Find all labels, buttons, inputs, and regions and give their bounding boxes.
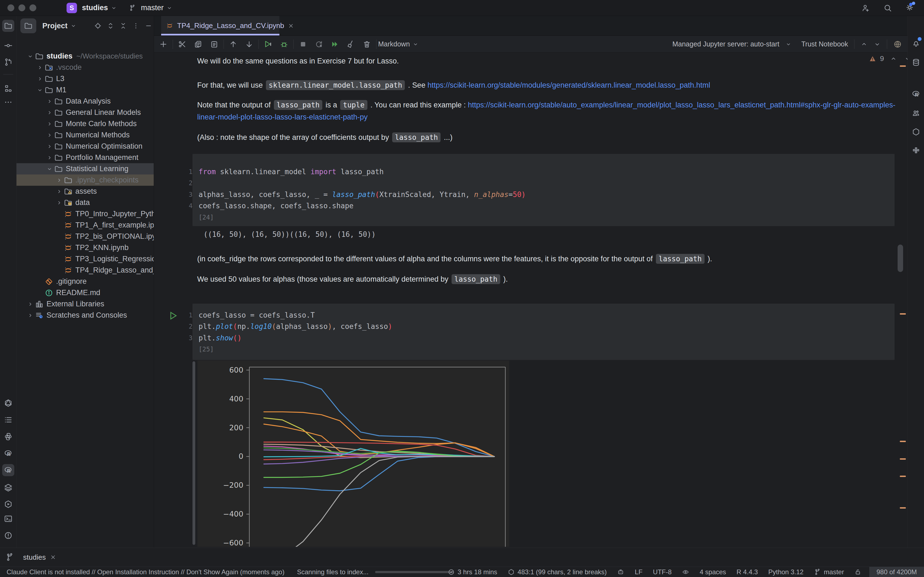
tree-item-scratches-and-consoles[interactable]: Scratches and Consoles xyxy=(16,309,154,321)
status-message[interactable]: Claude Client is not installed // Open I… xyxy=(6,567,284,577)
add-user-button[interactable] xyxy=(861,3,870,12)
tool-python-packages-button[interactable] xyxy=(2,430,14,443)
tool-pull-requests-button[interactable] xyxy=(2,56,14,68)
chevron-down-icon[interactable] xyxy=(35,87,45,93)
chevron-right-icon[interactable] xyxy=(45,110,54,116)
status-3-hrs-18-mins[interactable]: 3 hrs 18 mins xyxy=(448,568,497,576)
run-cell-gutter-icon[interactable] xyxy=(168,311,178,321)
settings-button[interactable] xyxy=(905,3,914,13)
window-close-button[interactable] xyxy=(7,5,14,11)
warning-stripe-mark[interactable] xyxy=(900,507,906,509)
status-483-1-99-chars-2-line-breaks[interactable]: 483:1 (99 chars, 2 line breaks) xyxy=(508,568,607,576)
tree-item-tp0-intro-jupyter-python-ip[interactable]: TP0_Intro_Jupyter_Python.ip xyxy=(16,208,154,219)
jupyter-server-selector[interactable]: Managed Jupyter server: auto-start xyxy=(672,40,779,48)
locate-file-button[interactable] xyxy=(94,22,102,29)
tool-commit-button[interactable] xyxy=(2,40,14,52)
project-view-selector[interactable] xyxy=(20,18,36,33)
warning-stripe-mark[interactable] xyxy=(900,475,906,477)
tree-item-gitignore[interactable]: .gitignore xyxy=(16,276,154,287)
run-cell-button[interactable] xyxy=(264,40,273,48)
warning-stripe-mark[interactable] xyxy=(900,313,906,314)
tool-problems-button[interactable] xyxy=(2,529,14,542)
cut-cell-button[interactable] xyxy=(178,40,187,48)
tree-item-assets[interactable]: assets xyxy=(16,186,154,197)
hide-panel-button[interactable] xyxy=(145,22,152,29)
chevron-right-icon[interactable] xyxy=(55,189,64,195)
chevron-down-icon[interactable] xyxy=(26,53,35,60)
add-cell-button[interactable] xyxy=(159,40,168,48)
prev-cell-button[interactable] xyxy=(861,41,867,48)
prev-problem-button[interactable] xyxy=(890,55,897,62)
chevron-right-icon[interactable] xyxy=(45,98,54,105)
tool-ai-assistant-button[interactable] xyxy=(910,107,922,119)
panel-options-button[interactable] xyxy=(132,22,139,29)
trust-notebook-button[interactable]: Trust Notebook xyxy=(801,40,848,48)
tool-database-button[interactable] xyxy=(910,56,922,68)
tool-todo-button[interactable] xyxy=(2,414,14,426)
warning-stripe-mark[interactable] xyxy=(900,65,906,67)
tool-r-console-button[interactable]: R xyxy=(2,447,14,459)
window-minimize-button[interactable] xyxy=(18,5,25,11)
chevron-right-icon[interactable] xyxy=(26,313,35,318)
tree-item-external-libraries[interactable]: External Libraries xyxy=(16,298,154,309)
delete-cell-button[interactable] xyxy=(362,40,371,48)
tree-item-tp2-knn-ipynb[interactable]: TP2_KNN.ipynb xyxy=(16,242,154,253)
stop-kernel-button[interactable] xyxy=(299,40,307,48)
clear-outputs-button[interactable] xyxy=(347,40,355,48)
tree-item-l3[interactable]: L3 xyxy=(16,73,154,84)
branch-switcher[interactable]: master xyxy=(141,3,164,12)
git-branch-icon[interactable] xyxy=(5,553,14,562)
tool-terminal-button[interactable] xyxy=(2,513,14,525)
tool-r-tools-button[interactable]: R xyxy=(910,88,922,100)
tree-item-general-linear-models[interactable]: General Linear Models xyxy=(16,107,154,118)
tree-item-data[interactable]: data xyxy=(16,197,154,208)
close-icon[interactable] xyxy=(288,23,294,29)
tool-graphql-button[interactable] xyxy=(2,397,14,409)
chevron-right-icon[interactable] xyxy=(45,132,54,138)
status-4-spaces[interactable]: 4 spaces xyxy=(699,568,726,576)
collapse-all-button[interactable] xyxy=(120,22,127,29)
editor-scrollbar-thumb[interactable] xyxy=(898,245,903,272)
warning-stripe-mark[interactable] xyxy=(900,441,906,442)
cell-type-dropdown[interactable]: Markdown xyxy=(378,40,418,48)
inspections-widget[interactable]: 9 xyxy=(869,55,908,63)
run-all-button[interactable] xyxy=(331,40,339,48)
search-button[interactable] xyxy=(883,3,892,12)
warning-stripe-mark[interactable] xyxy=(900,458,906,460)
tree-item-tp1-a-first-example-ipynb[interactable]: TP1_A_first_example.ipynb xyxy=(16,219,154,231)
next-problem-button[interactable] xyxy=(904,55,908,62)
tree-item-data-analysis[interactable]: Data Analysis xyxy=(16,96,154,107)
chevron-right-icon[interactable] xyxy=(45,143,54,150)
tree-item-tp4-ridge-lasso-and-cv-ip[interactable]: TP4_Ridge_Lasso_and_CV.ip xyxy=(16,264,154,276)
tree-item-m1[interactable]: M1 xyxy=(16,84,154,96)
notebook-editor[interactable]: We will do the same questions as in Exer… xyxy=(154,53,908,548)
chevron-right-icon[interactable] xyxy=(55,200,64,206)
tool-r-packages-button[interactable]: R xyxy=(2,464,14,476)
tree-item-vscode[interactable]: .vscode xyxy=(16,62,154,73)
chevron-down-icon[interactable] xyxy=(45,166,54,172)
chevron-right-icon[interactable] xyxy=(45,121,54,127)
tab-notebook[interactable]: TP4_Ridge_Lasso_and_CV.ipynb xyxy=(161,16,279,35)
restart-kernel-button[interactable] xyxy=(315,40,323,48)
tool-notifications-button[interactable] xyxy=(910,37,922,49)
paste-cell-button[interactable] xyxy=(210,40,219,48)
tree-item-portfolio-management[interactable]: Portfolio Management xyxy=(16,152,154,163)
project-switcher[interactable]: studies xyxy=(82,3,108,12)
status-python-3-12[interactable]: Python 3.12 xyxy=(768,568,804,576)
next-cell-button[interactable] xyxy=(874,41,881,48)
copy-cell-button[interactable] xyxy=(194,40,203,48)
tree-item-ipynb-checkpoints[interactable]: .ipynb_checkpoints xyxy=(16,174,154,186)
tool-structure-button[interactable] xyxy=(2,82,14,95)
hyperlink[interactable]: https://scikit-learn.org/stable/modules/… xyxy=(427,81,710,89)
status-lf[interactable]: LF xyxy=(635,568,642,576)
move-cell-up-button[interactable] xyxy=(229,40,237,48)
chevron-right-icon[interactable] xyxy=(35,64,45,71)
tree-item-numerical-optimisation[interactable]: Numerical Optimisation xyxy=(16,141,154,152)
tool-plugin-hexagon-button[interactable] xyxy=(910,126,922,138)
tool-services-button[interactable] xyxy=(2,498,14,510)
status-master[interactable]: master xyxy=(814,568,844,576)
chevron-right-icon[interactable] xyxy=(55,177,64,183)
tree-item-monte-carlo-methods[interactable]: Monte Carlo Methods xyxy=(16,118,154,129)
tree-item-readme-md[interactable]: README.md xyxy=(16,287,154,298)
project-panel-title[interactable]: Project xyxy=(42,22,68,30)
